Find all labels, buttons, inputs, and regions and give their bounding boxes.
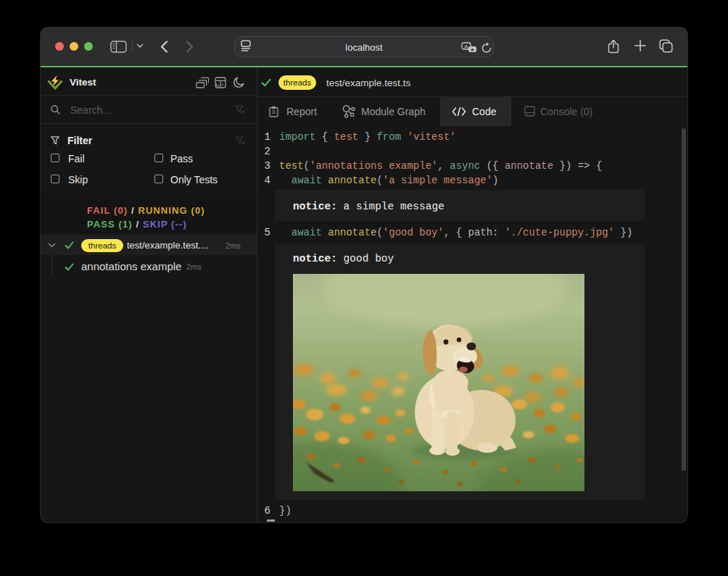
svg-text:A: A [464, 43, 468, 50]
svg-text:★: ★ [470, 47, 474, 52]
